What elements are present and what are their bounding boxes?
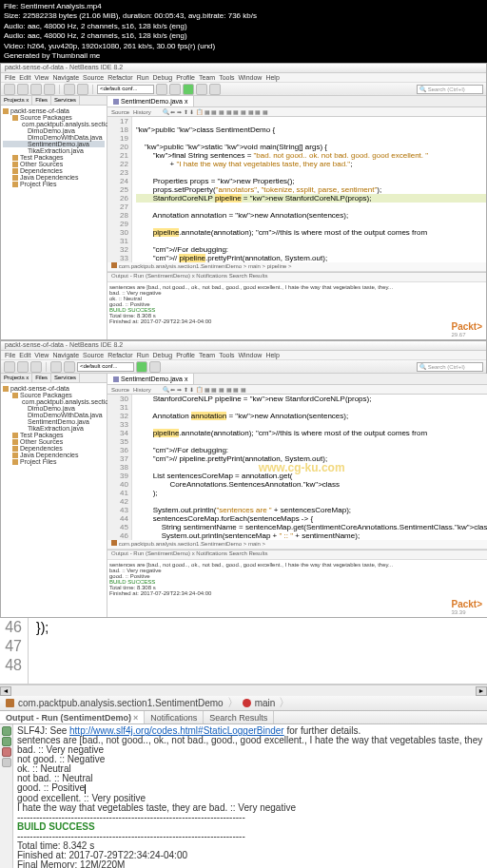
config-dropdown[interactable]: <default conf... <box>97 85 154 94</box>
tree-javadeps[interactable]: Java Dependencies <box>3 174 105 181</box>
stop-icon[interactable] <box>2 747 11 757</box>
tree-projfiles[interactable]: Project Files <box>3 458 105 465</box>
build-icon[interactable] <box>156 84 167 95</box>
tab-projects[interactable]: Projects x <box>1 96 32 105</box>
menu-tools[interactable]: Tools <box>219 74 234 81</box>
output-tabs-2[interactable]: Output - Run (SentimentDemo) x Notificat… <box>107 550 487 560</box>
tree-file-3[interactable]: TikaExtraction.java <box>3 147 105 154</box>
tree-javadeps[interactable]: Java Dependencies <box>3 452 105 458</box>
tree-other[interactable]: Other Sources <box>3 161 105 167</box>
menu-source[interactable]: Source <box>83 74 104 81</box>
subtab-history[interactable]: History <box>133 109 151 115</box>
tab-files[interactable]: Files <box>32 374 51 382</box>
config-dropdown[interactable]: <default conf... <box>77 362 134 372</box>
debug-icon[interactable] <box>196 84 207 95</box>
close-tab-icon[interactable]: x <box>185 376 188 382</box>
editor-tab-sentimentdemo[interactable]: SentimentDemo.java x <box>107 96 194 106</box>
close-tab-icon[interactable]: x <box>185 98 188 105</box>
tree-file-0[interactable]: DimoDemo.java <box>3 127 105 134</box>
close-tab-icon[interactable]: × <box>133 713 138 723</box>
scroll-right-icon[interactable]: ► <box>476 686 487 696</box>
tab-search-results[interactable]: Search Results <box>204 711 274 723</box>
code-lines-1[interactable]: "kw">public "kw">class SentimentDemo { "… <box>132 117 486 262</box>
tree-file-2[interactable]: SentimentDemo.java <box>3 141 105 147</box>
horizontal-scrollbar[interactable]: ◄ ► <box>0 685 487 696</box>
menu-file[interactable]: File <box>5 74 15 81</box>
subtab-source[interactable]: Source <box>111 109 129 115</box>
tab-files[interactable]: Files <box>32 96 51 105</box>
scroll-left-icon[interactable]: ◄ <box>0 686 11 696</box>
tree-pkg[interactable]: com.packtpub.analysis.section1 <box>3 121 105 127</box>
code-editor-1[interactable]: 1718192021222324252627282930313233 "kw">… <box>107 117 486 262</box>
tree-other[interactable]: Other Sources <box>3 438 105 445</box>
clean-build-icon[interactable] <box>169 84 181 95</box>
console-output-2[interactable]: sentences are [bad., not good.., ok., no… <box>107 560 487 617</box>
menu-window[interactable]: Window <box>238 74 262 81</box>
project-tree-2[interactable]: packt-sense-of-data Source Packages com.… <box>1 383 107 467</box>
run-icon[interactable] <box>183 84 194 95</box>
tab-output-run[interactable]: Output - Run (SentimentDemo) × <box>0 711 145 723</box>
tab-services[interactable]: Services <box>51 374 80 382</box>
menu-edit[interactable]: Edit <box>19 74 30 81</box>
zoomed-code[interactable]: }); <box>29 618 487 684</box>
breadcrumb-method[interactable]: main <box>255 698 276 708</box>
subtab-history[interactable]: History <box>133 387 151 393</box>
editor-breadcrumb-1[interactable]: com.packtpub.analysis.section1.Sentiment… <box>107 262 486 272</box>
menu-navigate[interactable]: Navigate <box>52 74 79 81</box>
run-icon[interactable] <box>136 361 147 373</box>
open-icon[interactable] <box>30 84 42 95</box>
save-all-icon[interactable] <box>44 84 55 95</box>
tree-deps[interactable]: Dependencies <box>3 167 105 174</box>
menu-view[interactable]: View <box>34 74 49 81</box>
navigation-breadcrumb[interactable]: com.packtpub.analysis.section1.Sentiment… <box>0 696 487 711</box>
tab-services[interactable]: Services <box>51 96 80 105</box>
save-all-icon[interactable] <box>30 361 42 373</box>
console-output-1[interactable]: sentences are [bad., not good.., ok., no… <box>107 282 486 339</box>
output-console[interactable]: SLF4J: See http://www.slf4j.org/codes.ht… <box>13 724 487 868</box>
tree-pkg[interactable]: com.packtpub.analysis.section1 <box>3 398 105 405</box>
debug-icon[interactable] <box>149 361 161 373</box>
quick-search[interactable]: 🔍 Search (Ctrl+I) <box>417 362 483 372</box>
menu-refactor[interactable]: Refactor <box>107 74 132 81</box>
menubar-2[interactable]: FileEditViewNavigateSourceRefactorRunDeb… <box>1 351 486 360</box>
scroll-track[interactable] <box>11 686 476 696</box>
new-file-icon[interactable] <box>4 84 15 95</box>
tab-notifications[interactable]: Notifications <box>145 711 204 723</box>
rerun-debug-icon[interactable] <box>2 737 11 746</box>
menu-run[interactable]: Run <box>137 74 149 81</box>
tree-projfiles[interactable]: Project Files <box>3 181 105 187</box>
tree-root[interactable]: packt-sense-of-data <box>3 385 105 392</box>
tree-test[interactable]: Test Packages <box>3 154 105 161</box>
editor-breadcrumb-2[interactable]: com.packtpub.analysis.section1.Sentiment… <box>107 540 487 550</box>
profile-icon[interactable] <box>209 84 221 95</box>
tree-src[interactable]: Source Packages <box>3 114 105 121</box>
menu-profile[interactable]: Profile <box>176 74 195 81</box>
zoomed-editor[interactable]: 46 47 48 }); <box>0 618 487 685</box>
new-project-icon[interactable] <box>17 84 29 95</box>
save-output-icon[interactable] <box>2 758 11 767</box>
tree-root[interactable]: packt-sense-of-data <box>3 107 105 114</box>
menu-team[interactable]: Team <box>199 74 215 81</box>
redo-icon[interactable] <box>64 361 75 373</box>
redo-icon[interactable] <box>77 84 88 95</box>
tree-file-1[interactable]: DimoDemoWithData.java <box>3 134 105 141</box>
open-icon[interactable] <box>17 361 29 373</box>
project-tree-1[interactable]: packt-sense-of-data Source Packages com.… <box>1 106 107 189</box>
tree-src[interactable]: Source Packages <box>3 392 105 398</box>
tab-projects[interactable]: Projects x <box>1 374 32 382</box>
tree-deps[interactable]: Dependencies <box>3 445 105 452</box>
tree-test[interactable]: Test Packages <box>3 432 105 438</box>
output-tabs-1[interactable]: Output - Run (SentimentDemo) x Notificat… <box>107 273 486 282</box>
menu-help[interactable]: Help <box>265 74 279 81</box>
subtab-source[interactable]: Source <box>111 387 129 393</box>
menubar-1[interactable]: File Edit View Navigate Source Refactor … <box>1 73 486 83</box>
undo-icon[interactable] <box>64 84 75 95</box>
rerun-icon[interactable] <box>2 726 11 736</box>
breadcrumb-package[interactable]: com.packtpub.analysis.section1.Sentiment… <box>18 698 224 708</box>
editor-tab-sentimentdemo[interactable]: SentimentDemo.java x <box>107 374 194 384</box>
code-editor-2[interactable]: 3031323334353637383940414243444546 Stanf… <box>107 395 487 540</box>
undo-icon[interactable] <box>50 361 62 373</box>
menu-debug[interactable]: Debug <box>153 74 173 81</box>
new-file-icon[interactable] <box>4 361 15 373</box>
quick-search[interactable]: 🔍 Search (Ctrl+I) <box>417 85 483 94</box>
